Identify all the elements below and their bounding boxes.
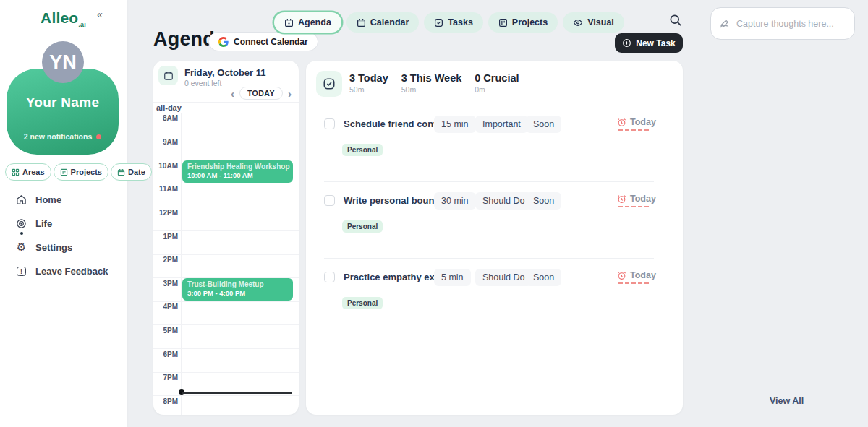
task-checkbox[interactable] [324, 272, 335, 282]
task-checkbox[interactable] [324, 195, 335, 206]
home-icon [16, 194, 27, 205]
sidebar-item-leave-feedback[interactable]: ! Leave Feedback [0, 259, 127, 283]
task-row: Write personal boundaries 30 min Should … [306, 194, 683, 266]
date-calendar-icon [117, 168, 125, 176]
task-when-chip[interactable]: Soon [526, 116, 561, 133]
hour-line [153, 254, 299, 255]
sidebar: Alleo.ai « YN Your Name 2 new notificati… [0, 0, 127, 427]
check-square-icon [323, 77, 336, 90]
notifications-link[interactable]: 2 new notifications [7, 132, 119, 141]
chip-projects-label: Projects [71, 168, 102, 176]
task-when-chip[interactable]: Soon [526, 192, 561, 210]
task-priority-chip[interactable]: Should Do [475, 192, 532, 210]
hour-line [153, 324, 299, 325]
tab-label: Projects [512, 17, 548, 27]
task-row: Practice empathy exercise 5 min Should D… [306, 270, 683, 342]
hour-label: 1PM [153, 233, 178, 241]
all-day-row: all-day [153, 103, 299, 113]
tasks-panel: 3 Today 50m 3 This Week 50m 0 Crucial 0m… [306, 61, 683, 415]
event-title: Trust-Building Meetup [187, 280, 288, 288]
sidebar-item-settings[interactable]: ⚙ Settings [0, 236, 127, 259]
avatar[interactable]: YN [42, 41, 84, 83]
filter-chips: Areas Projects Date [5, 163, 152, 181]
task-tag-personal[interactable]: Personal [342, 220, 383, 233]
connect-calendar-button[interactable]: Connect Calendar [208, 32, 318, 51]
task-divider [324, 181, 654, 182]
capture-pen-icon [720, 18, 731, 29]
task-due[interactable]: Today [617, 117, 656, 127]
calendar-event[interactable]: Friendship Healing Workshop 10:00 AM - 1… [182, 160, 293, 183]
task-duration-chip[interactable]: 30 min [434, 192, 476, 210]
search-icon[interactable] [668, 13, 684, 29]
tab-label: Agenda [298, 17, 331, 27]
task-due-label: Today [630, 117, 656, 127]
view-all-link[interactable]: View All [770, 396, 804, 406]
hour-label: 5PM [153, 327, 178, 335]
alarm-clock-icon [617, 271, 626, 280]
hour-line [153, 184, 299, 184]
task-checkbox[interactable] [324, 118, 335, 129]
sidebar-item-life[interactable]: Life [0, 212, 127, 236]
notifications-label: 2 new notifications [24, 132, 93, 141]
task-when-chip[interactable]: Soon [526, 269, 561, 286]
life-target-icon [16, 218, 27, 229]
chip-projects[interactable]: Projects [54, 163, 109, 181]
new-task-button[interactable]: New Task [615, 33, 683, 53]
sidebar-item-label: Life [35, 218, 52, 229]
sidebar-collapse-icon[interactable]: « [97, 9, 103, 20]
today-button[interactable]: TODAY [239, 87, 283, 100]
hour-label: 12PM [153, 209, 178, 217]
hour-line [153, 348, 299, 349]
gutter-divider [181, 103, 182, 415]
stat-value: 3 Today [349, 72, 388, 84]
task-row: Schedule friend conversation 15 min Impo… [306, 117, 683, 189]
event-time: 3:00 PM - 4:00 PM [187, 289, 288, 297]
task-priority-chip[interactable]: Should Do [475, 269, 532, 286]
calendar-icon [163, 71, 174, 81]
visual-eye-icon [573, 18, 583, 27]
due-underline [618, 206, 649, 207]
google-g-icon [218, 37, 229, 47]
tab-tasks[interactable]: Tasks [424, 12, 483, 33]
tasks-check-icon [434, 18, 443, 27]
new-task-label: New Task [636, 38, 675, 48]
calendar-events-left: 0 event left [184, 79, 221, 87]
projects-icon [498, 18, 508, 27]
task-divider [324, 258, 654, 259]
tab-agenda[interactable]: Agenda [274, 12, 341, 33]
sidebar-item-label: Settings [35, 242, 72, 253]
calendar-nav: ‹ TODAY › [229, 87, 293, 100]
chip-date[interactable]: Date [111, 163, 152, 181]
hour-line [153, 230, 299, 231]
hour-line [153, 301, 299, 302]
capture-thoughts-input[interactable] [736, 19, 838, 29]
task-priority-chip[interactable]: Important [475, 116, 528, 133]
gear-icon: ⚙ [16, 242, 27, 253]
capture-thoughts-card [710, 7, 855, 40]
logo-suffix: .ai [78, 21, 86, 28]
hour-label: 8AM [153, 114, 178, 122]
hour-label: 9AM [153, 138, 178, 146]
tasks-stats: 3 Today 50m 3 This Week 50m 0 Crucial 0m [349, 72, 519, 94]
stat-sub: 50m [349, 85, 388, 94]
sidebar-item-home[interactable]: Home [0, 188, 127, 212]
task-due[interactable]: Today [617, 270, 656, 280]
prev-day-icon[interactable]: ‹ [229, 88, 236, 99]
task-duration-chip[interactable]: 5 min [434, 269, 471, 286]
hour-line [153, 137, 299, 137]
calendar-event[interactable]: Trust-Building Meetup 3:00 PM - 4:00 PM [182, 278, 293, 301]
task-due[interactable]: Today [617, 194, 656, 204]
task-tag-personal[interactable]: Personal [342, 144, 383, 156]
tab-projects[interactable]: Projects [488, 12, 558, 33]
agenda-icon [284, 18, 294, 27]
task-tag-personal[interactable]: Personal [342, 297, 383, 309]
chip-areas[interactable]: Areas [5, 163, 51, 181]
event-title: Friendship Healing Workshop [187, 163, 288, 171]
chip-date-label: Date [128, 168, 145, 176]
next-day-icon[interactable]: › [286, 88, 293, 99]
task-duration-chip[interactable]: 15 min [434, 116, 476, 133]
tab-calendar[interactable]: Calendar [346, 12, 420, 33]
plus-circle-icon [622, 38, 631, 48]
tab-visual[interactable]: Visual [563, 12, 624, 33]
top-tabs: Agenda Calendar Tasks Projects Visual [274, 12, 624, 33]
